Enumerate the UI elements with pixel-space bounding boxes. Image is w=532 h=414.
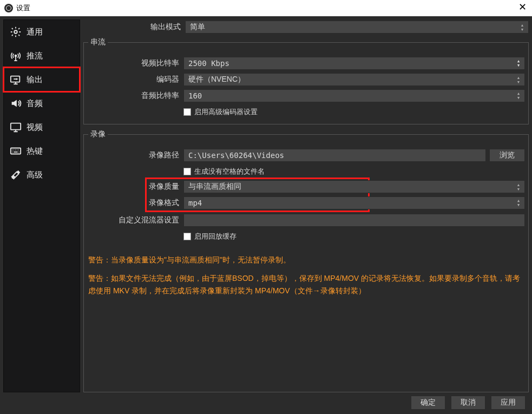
sidebar: 通用 推流 输出 音频: [3, 19, 80, 392]
output-mode-select[interactable]: 简单: [185, 21, 529, 34]
record-quality-select[interactable]: 与串流画质相同: [183, 180, 525, 193]
sidebar-item-audio[interactable]: 音频: [4, 91, 80, 115]
keyboard-icon: [8, 145, 23, 157]
record-path-value: C:\Users\60264\Videos: [188, 151, 284, 160]
svg-rect-4: [11, 148, 21, 154]
record-path-input[interactable]: C:\Users\60264\Videos: [183, 149, 486, 162]
warning-2: 警告：如果文件无法完成（例如，由于蓝屏BSOD，掉电等），保存到 MP4/MOV…: [88, 272, 524, 297]
stream-panel-title: 串流: [88, 37, 108, 47]
audio-bitrate-label: 音频比特率: [87, 91, 183, 101]
updown-icon: [515, 182, 522, 192]
output-mode-label: 输出模式: [83, 22, 185, 32]
updown-icon: [518, 22, 526, 32]
monitor-icon: [8, 121, 23, 133]
record-format-value: mp4: [188, 199, 202, 207]
gear-icon: [8, 26, 23, 38]
sidebar-item-label: 输出: [27, 75, 43, 85]
sidebar-item-label: 热键: [27, 146, 43, 156]
window-title: 设置: [16, 3, 30, 13]
video-bitrate-input[interactable]: 2500 Kbps: [183, 57, 525, 70]
tools-icon: [8, 169, 23, 181]
footer: 确定 取消 应用: [3, 392, 529, 411]
warning-box: 警告：当录像质量设为"与串流画质相同"时，无法暂停录制。 警告：如果文件无法完成…: [87, 252, 525, 305]
replay-label: 启用回放缓存: [194, 232, 237, 241]
adv-encoder-checkbox[interactable]: 启用高级编码器设置: [183, 107, 258, 117]
record-panel: 录像 录像路径 C:\Users\60264\Videos 浏览: [83, 134, 529, 392]
close-icon[interactable]: ✕: [518, 2, 527, 12]
sidebar-item-advanced[interactable]: 高级: [4, 163, 80, 187]
updown-icon: [515, 91, 522, 101]
updown-icon: [515, 75, 522, 84]
updown-icon[interactable]: [515, 58, 522, 68]
nospace-label: 生成没有空格的文件名: [194, 167, 265, 176]
cancel-button[interactable]: 取消: [451, 396, 485, 410]
record-format-select[interactable]: mp4: [183, 196, 525, 209]
record-path-label: 录像路径: [87, 150, 183, 160]
checkbox-icon: [183, 168, 191, 175]
sidebar-item-stream[interactable]: 推流: [4, 44, 80, 68]
sidebar-item-label: 音频: [27, 98, 43, 109]
svg-rect-3: [11, 123, 21, 130]
encoder-select[interactable]: 硬件（NVENC）: [183, 73, 525, 86]
encoder-value: 硬件（NVENC）: [188, 75, 245, 84]
antenna-icon: [8, 50, 23, 62]
mixer-input[interactable]: [183, 214, 525, 227]
audio-bitrate-value: 160: [188, 91, 202, 100]
sidebar-item-label: 高级: [27, 170, 43, 180]
record-format-label: 录像格式: [147, 198, 183, 208]
sidebar-item-hotkeys[interactable]: 热键: [4, 139, 80, 163]
output-mode-value: 简单: [190, 22, 205, 32]
ok-button[interactable]: 确定: [411, 396, 445, 410]
sidebar-item-output[interactable]: 输出: [4, 68, 80, 91]
titlebar: 设置 ✕: [0, 0, 532, 16]
warning-1: 警告：当录像质量设为"与串流画质相同"时，无法暂停录制。: [88, 254, 524, 266]
speaker-icon: [8, 97, 23, 109]
sidebar-item-label: 视频: [27, 122, 43, 133]
sidebar-item-general[interactable]: 通用: [4, 20, 80, 44]
mixer-label: 自定义混流器设置: [87, 215, 183, 225]
checkbox-icon: [183, 233, 191, 240]
stream-panel: 串流 视频比特率 2500 Kbps 编码器 硬件（NVENC）: [83, 42, 529, 124]
encoder-label: 编码器: [87, 75, 183, 84]
updown-icon: [515, 198, 522, 208]
apply-button[interactable]: 应用: [491, 396, 526, 410]
sidebar-item-label: 推流: [27, 51, 43, 61]
highlight-frame: 录像质量 与串流画质相同 录像格式 mp4: [147, 179, 368, 211]
sidebar-item-label: 通用: [27, 27, 43, 37]
video-bitrate-label: 视频比特率: [87, 58, 183, 68]
record-quality-label: 录像质量: [147, 182, 183, 192]
adv-encoder-label: 启用高级编码器设置: [194, 107, 258, 117]
sidebar-item-video[interactable]: 视频: [4, 115, 80, 139]
obs-logo-icon: [4, 4, 13, 12]
browse-button[interactable]: 浏览: [489, 149, 525, 162]
replay-checkbox[interactable]: 启用回放缓存: [183, 232, 237, 241]
output-icon: [8, 74, 23, 86]
audio-bitrate-select[interactable]: 160: [183, 89, 525, 102]
svg-point-0: [14, 30, 17, 34]
record-quality-value: 与串流画质相同: [188, 182, 241, 192]
nospace-checkbox[interactable]: 生成没有空格的文件名: [183, 167, 265, 176]
checkbox-icon: [183, 108, 191, 116]
video-bitrate-value: 2500 Kbps: [188, 59, 229, 68]
record-panel-title: 录像: [88, 129, 108, 139]
